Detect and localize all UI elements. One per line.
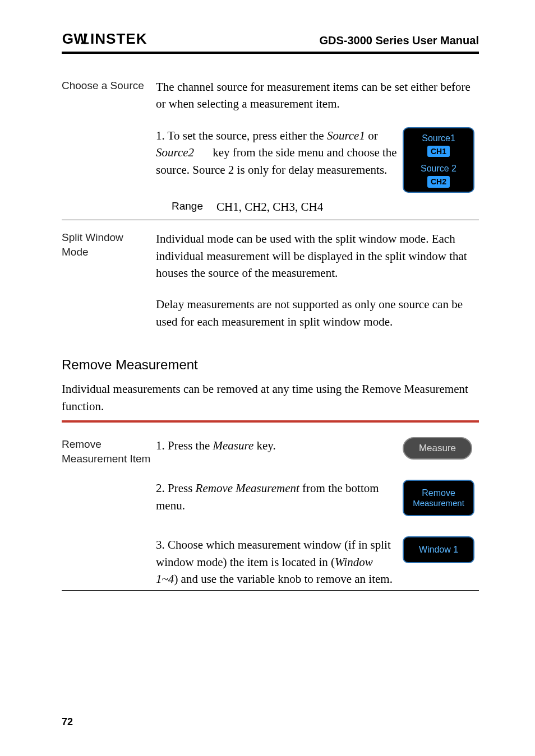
split-window-label: Split Window Mode xyxy=(62,230,156,259)
remove-step3: 3. Choose which measurement window (if i… xyxy=(156,536,403,587)
source1-channel-tag: CH1 xyxy=(427,146,450,157)
choose-source-label: Choose a Source xyxy=(62,78,156,93)
remove-measurement-softkey: Remove Measurement xyxy=(403,480,474,516)
split-window-p2: Delay measurements are not supported as … xyxy=(156,296,479,330)
remove-step1: 1. Press the Measure key. xyxy=(156,437,403,454)
svg-rect-3 xyxy=(81,43,89,44)
header-rule xyxy=(62,52,479,54)
svg-text:G: G xyxy=(62,31,74,47)
choose-source-step1: 1. To set the source, press either the S… xyxy=(156,127,403,178)
source2-label: Source 2 xyxy=(406,162,471,175)
source1-label: Source1 xyxy=(406,132,471,145)
range-label: Range xyxy=(156,198,216,215)
window1-softkey: Window 1 xyxy=(403,536,474,563)
source-softkey: Source1 CH1 Source 2 CH2 xyxy=(403,127,474,193)
measure-key: Measure xyxy=(403,437,472,460)
remove-measurement-item-label: Remove Measurement Item xyxy=(62,437,156,466)
split-window-p1: Individual mode can be used with the spl… xyxy=(156,230,479,281)
section-rule-bottom xyxy=(62,590,479,591)
remove-step2: 2. Press Remove Measurement from the bot… xyxy=(156,480,403,514)
range-value: CH1, CH2, CH3, CH4 xyxy=(216,198,323,215)
source2-channel-tag: CH2 xyxy=(427,176,450,187)
svg-text:INSTEK: INSTEK xyxy=(90,31,147,47)
red-rule xyxy=(62,420,479,423)
remove-measurement-heading: Remove Measurement xyxy=(62,357,479,373)
remove-measurement-intro: Individual measurements can be removed a… xyxy=(62,381,479,415)
section-rule xyxy=(62,220,479,220)
header-title: GDS-3000 Series User Manual xyxy=(319,34,479,47)
svg-rect-2 xyxy=(84,34,86,44)
page-number: 72 xyxy=(62,716,73,728)
brand-logo: G W INSTEK xyxy=(62,31,167,47)
choose-source-intro: The channel source for measurement items… xyxy=(156,78,479,113)
